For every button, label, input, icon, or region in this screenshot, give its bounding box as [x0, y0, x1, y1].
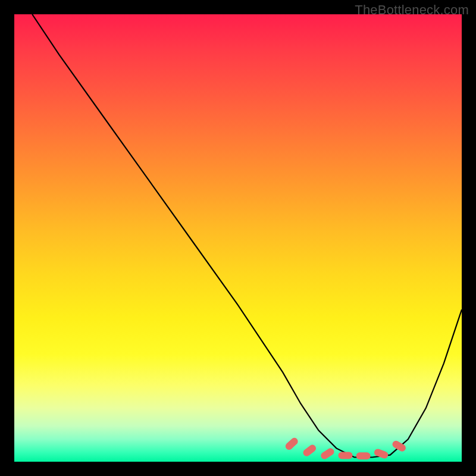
optimal-marker	[339, 452, 353, 459]
bottleneck-curve-path	[32, 14, 462, 458]
optimal-marker	[302, 443, 317, 458]
optimal-marker	[284, 436, 299, 451]
optimal-marker	[320, 447, 336, 461]
optimal-marker	[356, 452, 371, 459]
chart-svg	[14, 14, 462, 462]
optimal-range-markers	[284, 436, 407, 461]
optimal-marker	[373, 448, 389, 459]
optimal-marker	[391, 440, 407, 453]
